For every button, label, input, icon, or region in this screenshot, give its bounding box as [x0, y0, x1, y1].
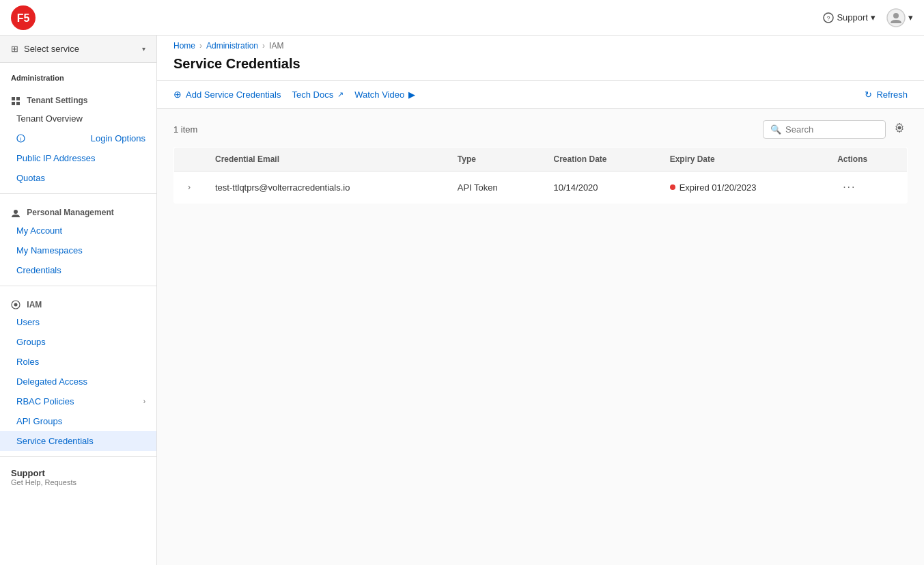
grid-icon: ⊞ [11, 44, 18, 54]
refresh-icon: ↻ [865, 89, 872, 100]
col-creation-date: Creation Date [543, 148, 659, 171]
f5-logo: F5 [11, 5, 36, 30]
user-button[interactable]: ▾ [886, 8, 913, 27]
sidebar-item-quotas[interactable]: Quotas [0, 168, 156, 188]
select-service-label: Select service [24, 44, 79, 54]
table-header: Credential Email Type Creation Date Expi… [174, 148, 908, 171]
support-icon: ? [823, 12, 834, 23]
svg-text:i: i [20, 136, 22, 142]
person-icon [11, 208, 20, 218]
svg-point-15 [898, 126, 901, 130]
select-service-chevron: ▾ [142, 45, 145, 53]
support-sub: Get Help, Requests [11, 478, 145, 486]
col-credential-email: Credential Email [204, 148, 447, 171]
sidebar-item-credentials[interactable]: Credentials [0, 260, 156, 280]
sidebar-item-service-credentials[interactable]: Service Credentials [0, 431, 156, 451]
toolbar: ⊕ Add Service Credentials Tech Docs ↗ Wa… [157, 81, 924, 109]
item-count: 1 item [173, 124, 197, 135]
support-title: Support [11, 468, 145, 478]
col-expand [174, 148, 205, 171]
watch-video-button[interactable]: Watch Video ▶ [354, 89, 415, 100]
add-label: Add Service Credentials [186, 89, 281, 100]
expiry-status-text: Expired 01/20/2023 [680, 182, 757, 193]
sidebar: ⊞ Select service ▾ Administration Tenant… [0, 36, 157, 565]
breadcrumb-sep-1: › [199, 41, 202, 51]
breadcrumb-sep-2: › [262, 41, 265, 51]
personal-management-group: Personal Management [0, 199, 156, 221]
top-nav-left: F5 [11, 5, 36, 30]
sidebar-item-my-account[interactable]: My Account [0, 221, 156, 240]
sidebar-item-groups[interactable]: Groups [0, 332, 156, 352]
col-type: Type [447, 148, 543, 171]
row-expand-button[interactable]: › [185, 181, 193, 193]
svg-rect-6 [12, 97, 15, 100]
refresh-label: Refresh [876, 89, 908, 100]
login-options-icon: i [16, 134, 25, 143]
table-settings-button[interactable] [891, 120, 908, 139]
table-meta-right: 🔍 [763, 120, 908, 139]
iam-group: IAM [0, 292, 156, 313]
expand-cell: › [174, 171, 205, 204]
svg-rect-8 [12, 102, 15, 105]
breadcrumb-home[interactable]: Home [173, 41, 195, 51]
iam-icon [11, 300, 20, 309]
sidebar-item-tenant-overview[interactable]: Tenant Overview [0, 109, 156, 128]
sidebar-item-delegated-access[interactable]: Delegated Access [0, 372, 156, 391]
support-button[interactable]: ? Support ▾ [823, 12, 876, 23]
data-table: Credential Email Type Creation Date Expi… [173, 147, 908, 204]
svg-point-5 [893, 13, 899, 18]
refresh-button[interactable]: ↻ Refresh [865, 89, 908, 100]
tech-docs-link[interactable]: Tech Docs ↗ [292, 89, 344, 100]
actions-cell: ··· [826, 171, 907, 204]
row-actions-button[interactable]: ··· [837, 180, 861, 195]
table-meta: 1 item 🔍 [173, 120, 908, 139]
top-nav-right: ? Support ▾ ▾ [823, 8, 913, 27]
top-nav: F5 ? Support ▾ ▾ [0, 0, 924, 36]
svg-point-14 [14, 303, 18, 307]
expiry-date-cell: Expired 01/20/2023 [659, 171, 826, 204]
table-body: › test-ttlqtprs@volterracredentials.io A… [174, 171, 908, 204]
support-label: Support [837, 12, 868, 23]
col-actions: Actions [826, 148, 907, 171]
expired-status-dot [670, 184, 675, 190]
select-service-dropdown[interactable]: ⊞ Select service ▾ [0, 36, 156, 63]
main-content: Home › Administration › IAM Service Cred… [157, 36, 924, 565]
user-avatar-icon [886, 8, 906, 27]
tech-docs-label: Tech Docs [292, 89, 333, 100]
sidebar-divider-2 [0, 286, 156, 286]
external-link-icon: ↗ [337, 90, 344, 99]
play-icon: ▶ [408, 89, 415, 100]
creation-date-cell: 10/14/2020 [543, 171, 659, 204]
sidebar-item-api-groups[interactable]: API Groups [0, 411, 156, 431]
type-cell: API Token [447, 171, 543, 204]
sidebar-item-rbac-policies[interactable]: RBAC Policies › [0, 391, 156, 411]
rbac-chevron: › [143, 398, 145, 405]
page-title: Service Credentials [173, 53, 908, 80]
col-expiry-date: Expiry Date [659, 148, 826, 171]
table-row: › test-ttlqtprs@volterracredentials.io A… [174, 171, 908, 204]
sidebar-item-login-options[interactable]: i Login Options [0, 128, 156, 148]
search-input[interactable] [785, 124, 878, 135]
table-area: 1 item 🔍 [157, 109, 924, 215]
svg-rect-9 [16, 102, 20, 105]
app-body: ⊞ Select service ▾ Administration Tenant… [0, 36, 924, 565]
add-icon: ⊕ [173, 89, 182, 100]
watch-video-label: Watch Video [354, 89, 404, 100]
breadcrumb-current: IAM [269, 41, 283, 51]
sidebar-item-users[interactable]: Users [0, 312, 156, 332]
add-service-credentials-button[interactable]: ⊕ Add Service Credentials [173, 89, 281, 100]
admin-section-title: Administration [0, 63, 156, 87]
svg-text:?: ? [827, 15, 830, 22]
search-box: 🔍 [763, 120, 886, 139]
support-chevron: ▾ [871, 12, 876, 23]
svg-text:F5: F5 [17, 12, 30, 24]
svg-point-12 [14, 210, 18, 214]
credential-email-cell: test-ttlqtprs@volterracredentials.io [204, 171, 447, 204]
breadcrumb-admin[interactable]: Administration [206, 41, 258, 51]
sidebar-item-roles[interactable]: Roles [0, 352, 156, 372]
sidebar-item-public-ip[interactable]: Public IP Addresses [0, 148, 156, 168]
sidebar-item-my-namespaces[interactable]: My Namespaces [0, 240, 156, 260]
user-chevron: ▾ [908, 12, 913, 23]
search-icon: 🔍 [770, 124, 781, 135]
svg-rect-7 [16, 97, 20, 100]
